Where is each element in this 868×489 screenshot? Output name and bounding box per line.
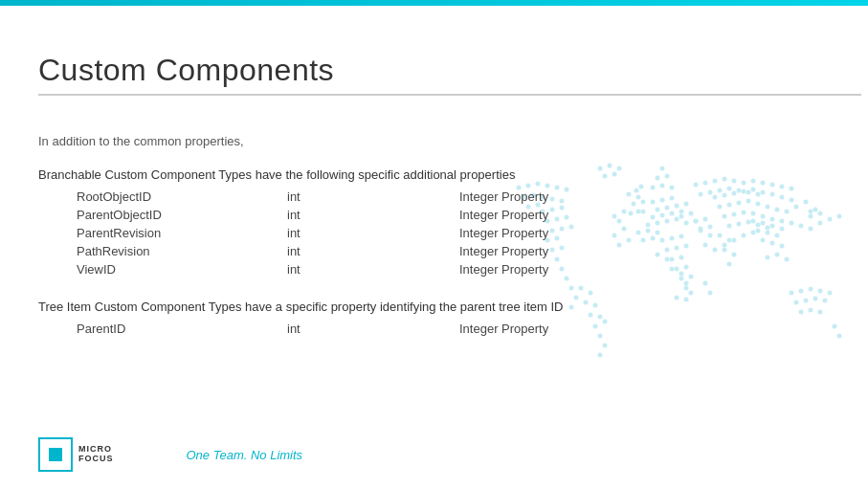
property-name: ParentRevision (77, 226, 287, 240)
svg-point-48 (766, 226, 770, 231)
table-row: ViewID int Integer Property (77, 262, 651, 277)
svg-point-216 (780, 227, 785, 232)
svg-point-31 (775, 208, 780, 212)
svg-point-130 (785, 257, 790, 262)
footer: MICRO FOCUS One Team. No Limits (38, 437, 302, 472)
svg-point-44 (727, 224, 732, 229)
property-name: PathRevision (77, 244, 287, 258)
logo: MICRO FOCUS (38, 437, 114, 472)
svg-point-103 (732, 238, 737, 243)
logo-text: MICRO FOCUS (78, 445, 114, 464)
property-type: int (287, 226, 459, 240)
svg-point-50 (809, 227, 813, 232)
svg-point-52 (828, 217, 833, 222)
svg-point-47 (756, 223, 761, 228)
svg-point-114 (651, 186, 656, 190)
svg-point-148 (708, 190, 713, 195)
svg-point-174 (656, 231, 660, 235)
svg-point-36 (723, 214, 727, 219)
svg-point-1 (660, 198, 665, 203)
svg-point-72 (794, 300, 799, 305)
svg-point-64 (679, 277, 684, 281)
svg-point-71 (828, 291, 833, 296)
svg-point-126 (770, 241, 775, 246)
svg-point-102 (723, 243, 727, 248)
svg-point-19 (742, 189, 746, 194)
property-description: Integer Property (459, 322, 651, 336)
svg-point-33 (794, 205, 799, 210)
svg-point-74 (813, 297, 818, 301)
property-description: Integer Property (459, 244, 651, 258)
svg-point-219 (775, 233, 780, 238)
svg-point-46 (746, 220, 751, 225)
svg-point-51 (818, 221, 823, 226)
svg-point-150 (727, 187, 732, 191)
svg-point-151 (737, 189, 742, 193)
svg-point-191 (837, 334, 842, 339)
svg-point-21 (761, 190, 766, 195)
svg-point-211 (684, 281, 689, 286)
svg-point-108 (699, 227, 703, 232)
svg-point-29 (756, 202, 761, 207)
svg-point-56 (679, 234, 684, 239)
svg-point-213 (751, 219, 756, 224)
svg-point-30 (766, 205, 770, 210)
svg-point-5 (675, 204, 679, 209)
svg-point-32 (785, 210, 790, 214)
svg-point-42 (780, 219, 785, 224)
slide: Custom Components In addition to the com… (0, 0, 868, 489)
svg-point-218 (766, 231, 770, 235)
title-underline (38, 94, 861, 96)
svg-point-10 (684, 202, 689, 207)
svg-point-144 (770, 183, 775, 188)
property-description: Integer Property (459, 208, 651, 222)
svg-point-38 (742, 211, 746, 215)
table-row: ParentObjectID int Integer Property (77, 208, 651, 222)
svg-point-147 (699, 192, 703, 197)
svg-point-153 (756, 192, 761, 197)
svg-point-177 (675, 296, 679, 300)
svg-point-2 (670, 196, 675, 201)
svg-point-13 (665, 219, 670, 224)
svg-point-206 (694, 219, 699, 224)
svg-point-119 (660, 167, 665, 171)
svg-point-136 (694, 183, 699, 188)
tree-properties-table: ParentID int Integer Property (77, 322, 651, 336)
branchable-heading: Branchable Custom Component Types have t… (38, 167, 651, 182)
svg-point-142 (751, 179, 756, 184)
svg-point-122 (809, 214, 813, 219)
svg-point-22 (770, 192, 775, 197)
svg-point-107 (703, 217, 708, 222)
title-section: Custom Components (38, 53, 861, 96)
svg-point-57 (665, 248, 670, 253)
svg-point-205 (684, 221, 689, 226)
svg-point-124 (818, 211, 823, 216)
table-row: RootObjectID int Integer Property (77, 189, 651, 204)
svg-point-24 (790, 198, 794, 203)
property-type: int (287, 189, 459, 204)
svg-point-28 (746, 199, 751, 204)
branchable-properties-table: RootObjectID int Integer Property Parent… (77, 189, 651, 277)
content-section: In addition to the common properties, Br… (38, 134, 651, 359)
svg-point-212 (689, 291, 694, 296)
svg-point-140 (732, 179, 737, 184)
table-row: ParentRevision int Integer Property (77, 226, 651, 240)
property-description: Integer Property (459, 262, 651, 277)
svg-point-35 (809, 210, 813, 214)
svg-point-190 (833, 324, 837, 329)
svg-point-23 (780, 195, 785, 200)
svg-point-17 (723, 193, 727, 198)
svg-point-139 (723, 177, 727, 182)
svg-point-129 (766, 256, 770, 260)
svg-point-70 (818, 289, 823, 294)
svg-point-145 (780, 185, 785, 189)
svg-point-217 (756, 229, 761, 233)
svg-point-214 (761, 221, 766, 226)
svg-point-143 (761, 181, 766, 186)
svg-point-132 (727, 238, 732, 243)
svg-point-75 (823, 299, 828, 303)
property-description: Integer Property (459, 226, 651, 240)
svg-point-100 (703, 243, 708, 248)
logo-box (38, 437, 73, 472)
svg-point-40 (761, 214, 766, 219)
